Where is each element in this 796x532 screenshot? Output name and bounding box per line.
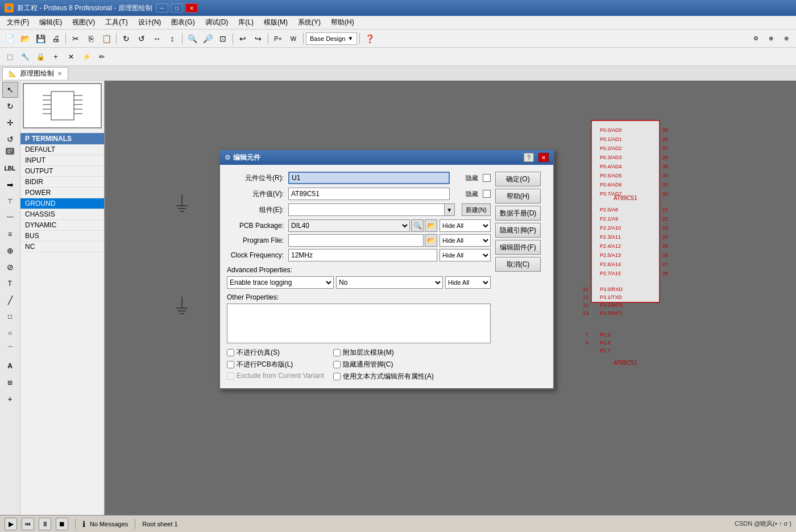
- terminals-tool[interactable]: ⊤: [2, 193, 18, 209]
- minimize-button[interactable]: ─: [156, 3, 168, 13]
- schematic-tab[interactable]: 📐 原理图绘制 ✕: [2, 67, 68, 80]
- letter-tool[interactable]: A: [2, 358, 18, 374]
- pcb-search-button[interactable]: 🔍: [411, 219, 424, 232]
- adv-prop-select[interactable]: Enable trace logging: [227, 276, 334, 289]
- menu-help[interactable]: 帮助(H): [326, 16, 359, 28]
- edit-comp-button[interactable]: 编辑固件(F): [495, 240, 541, 255]
- sec-btn6[interactable]: ⚡: [79, 49, 94, 64]
- step-back-button[interactable]: ⏮: [22, 518, 34, 530]
- toolbar-extra1[interactable]: ⚙: [748, 31, 763, 46]
- rect-tool[interactable]: □: [2, 309, 18, 325]
- adv-hide-select[interactable]: Hide All: [445, 276, 491, 289]
- tab-close-button[interactable]: ✕: [57, 70, 62, 77]
- sidebar-item-default[interactable]: DEFAULT: [20, 144, 104, 155]
- stop-button[interactable]: ⏹: [56, 518, 68, 530]
- sidebar-item-input[interactable]: INPUT: [20, 155, 104, 166]
- maximize-button[interactable]: □: [171, 3, 183, 13]
- help-button[interactable]: 帮助(H): [495, 189, 541, 203]
- wire-tool[interactable]: 〰: [2, 210, 18, 226]
- add-part-button[interactable]: P+: [271, 31, 285, 46]
- dialog-help-icon-button[interactable]: ?: [524, 153, 534, 162]
- menu-design[interactable]: 设计(N): [134, 16, 166, 28]
- sec-btn1[interactable]: ⬚: [2, 49, 17, 64]
- menu-debug[interactable]: 调试(D): [201, 16, 233, 28]
- use-text-checkbox[interactable]: [333, 373, 341, 380]
- copy-button[interactable]: ⎘: [84, 31, 98, 46]
- menu-tools[interactable]: 工具(T): [101, 16, 132, 28]
- attach-hier-checkbox[interactable]: [333, 349, 341, 356]
- rotate-tool[interactable]: ↻: [2, 98, 18, 114]
- ok-button[interactable]: 确定(O): [495, 172, 541, 186]
- sec-btn4[interactable]: +: [48, 49, 63, 64]
- cut-button[interactable]: ✂: [68, 31, 83, 46]
- program-input[interactable]: [288, 234, 424, 247]
- clock-hide-select[interactable]: Hide All: [440, 249, 491, 261]
- program-browse-button[interactable]: 📂: [425, 234, 437, 247]
- sec-btn2[interactable]: 🔧: [18, 49, 32, 64]
- sidebar-item-bidir[interactable]: BIDIR: [20, 177, 104, 188]
- no-pcb-checkbox[interactable]: [227, 361, 234, 368]
- menu-system[interactable]: 系统(Y): [293, 16, 325, 28]
- zoom-all-button[interactable]: ⊡: [215, 31, 230, 46]
- move-tool[interactable]: ✛: [2, 115, 18, 131]
- datasheet-button[interactable]: 数据手册(D): [495, 206, 541, 221]
- hide-ref-checkbox[interactable]: [483, 174, 491, 182]
- close-button[interactable]: ✕: [185, 3, 198, 13]
- save-button[interactable]: 💾: [33, 31, 48, 46]
- adv-val-select[interactable]: No: [336, 276, 443, 289]
- menu-view[interactable]: 视图(V): [68, 16, 100, 28]
- dialog-close-button[interactable]: ✕: [538, 153, 549, 162]
- component-input[interactable]: [288, 203, 445, 216]
- lbl-tool[interactable]: LBL: [2, 160, 18, 176]
- paste-button[interactable]: 📋: [99, 31, 114, 46]
- bus-tool[interactable]: ≡: [2, 226, 18, 242]
- sidebar-item-ground[interactable]: GROUND: [20, 198, 104, 209]
- toolbar-extra3[interactable]: ⊗: [779, 31, 794, 46]
- select-tool[interactable]: ↖: [2, 82, 18, 98]
- no-sim-checkbox[interactable]: [227, 349, 234, 356]
- part-value-input[interactable]: [288, 188, 450, 200]
- hide-common-checkbox[interactable]: [333, 361, 341, 368]
- pcb-select[interactable]: DIL40: [288, 219, 410, 232]
- sidebar-item-dynamic[interactable]: DYNAMIC: [20, 220, 104, 231]
- pcb-edit-button[interactable]: 📂: [425, 219, 437, 232]
- menu-graph[interactable]: 图表(G): [167, 16, 199, 28]
- zoom-out-button[interactable]: 🔎: [200, 31, 215, 46]
- pause-button[interactable]: ⏸: [39, 518, 51, 530]
- new-button[interactable]: 📄: [2, 31, 17, 46]
- menu-edit[interactable]: 编辑(E): [35, 16, 67, 28]
- exclude-checkbox[interactable]: [227, 372, 234, 380]
- menu-template[interactable]: 模版(M): [259, 16, 292, 28]
- rotate-cw-button[interactable]: ↻: [119, 31, 134, 46]
- clock-input[interactable]: [288, 249, 437, 261]
- toolbar-extra2[interactable]: ⊕: [764, 31, 778, 46]
- text-tool[interactable]: T: [2, 276, 18, 292]
- design-dropdown[interactable]: Base Design ▼: [306, 32, 357, 45]
- print-button[interactable]: 🖨: [48, 31, 63, 46]
- flip-v-button[interactable]: ↕: [165, 31, 180, 46]
- undo-button[interactable]: ↩: [235, 31, 250, 46]
- hide-pins-button[interactable]: 隐藏引脚(P): [495, 223, 541, 238]
- sec-btn7[interactable]: ✏: [94, 49, 109, 64]
- sidebar-item-chassis[interactable]: CHASSIS: [20, 209, 104, 220]
- add-wire-button[interactable]: W: [286, 31, 301, 46]
- line-tool[interactable]: ╱: [2, 292, 18, 308]
- sidebar-item-output[interactable]: OUTPUT: [20, 166, 104, 177]
- add-tool[interactable]: +: [2, 391, 18, 407]
- menu-library[interactable]: 库(L): [234, 16, 258, 28]
- other-props-textarea[interactable]: [227, 304, 491, 343]
- sidebar-item-bus[interactable]: BUS: [20, 231, 104, 242]
- table-tool[interactable]: ⊞: [2, 375, 18, 390]
- menu-file[interactable]: 文件(F): [2, 16, 34, 28]
- zoom-in-button[interactable]: 🔍: [185, 31, 200, 46]
- sidebar-item-power[interactable]: POWER: [20, 188, 104, 198]
- hide-val-checkbox[interactable]: [483, 190, 491, 198]
- pcb-hide-select[interactable]: Hide All: [440, 219, 491, 232]
- cancel-button[interactable]: 取消(C): [495, 257, 541, 272]
- rotate-ccw-button[interactable]: ↺: [134, 31, 149, 46]
- play-button[interactable]: ▶: [5, 518, 17, 530]
- multiline-tool[interactable]: ⌒: [2, 342, 18, 358]
- program-hide-select[interactable]: Hide All: [440, 234, 491, 247]
- nav-tool[interactable]: ➡: [2, 177, 18, 193]
- redo-button[interactable]: ↪: [251, 31, 266, 46]
